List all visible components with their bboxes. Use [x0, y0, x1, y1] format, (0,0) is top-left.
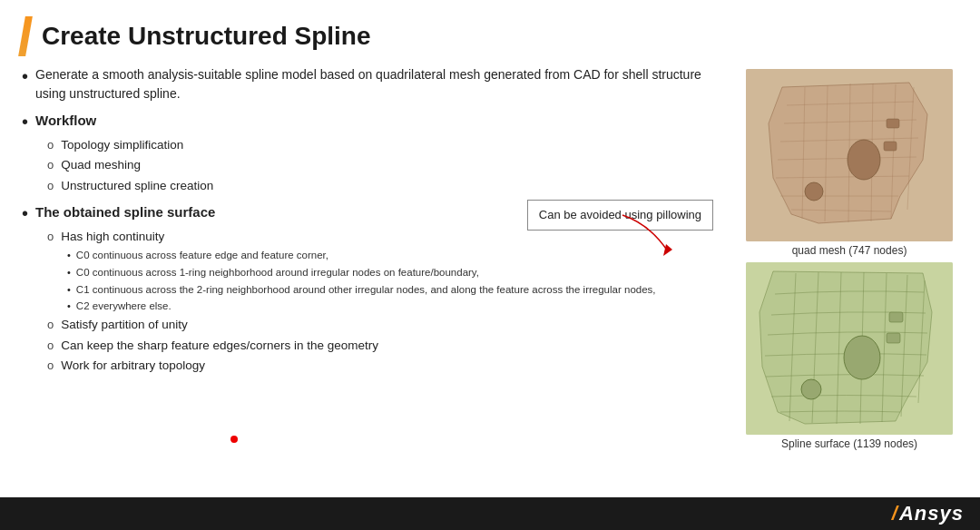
- bullet2-dot: •: [22, 111, 28, 132]
- sub-bullet-icon-p: o: [47, 316, 54, 334]
- sub-bullet-text-c: Has high continuity: [61, 228, 164, 246]
- left-content: • Generate a smooth analysis-suitable sp…: [22, 65, 740, 497]
- sub-bullet-icon-3: o: [47, 177, 54, 195]
- ansys-logo: / Ansys: [892, 502, 964, 525]
- bullet1-dot: •: [22, 65, 28, 87]
- bullet1-section: • Generate a smooth analysis-suitable sp…: [22, 65, 722, 103]
- quad-mesh-caption: quad mesh (747 nodes): [792, 244, 907, 257]
- sub-bullet-icon-1: o: [47, 136, 54, 154]
- sub-bullet-continuity: o Has high continuity: [47, 228, 722, 246]
- sub-bullet-text-t: Work for arbitrary topology: [61, 357, 205, 375]
- sub-bullet-text-1: Topology simplification: [61, 136, 183, 154]
- sub-bullet-icon-s: o: [47, 337, 54, 355]
- sub-bullet-icon-c: o: [47, 228, 54, 246]
- svg-point-27: [844, 336, 880, 379]
- subsub-bullet-4: • C2 everywhere else.: [67, 299, 722, 315]
- spline-surface-caption: Spline surface (1139 nodes): [781, 437, 917, 450]
- logo-slash: /: [892, 502, 897, 525]
- bullet3-dot: •: [22, 202, 28, 224]
- sub-bullet-text-p: Satisfy partition of unity: [61, 316, 188, 334]
- sub-bullet-topology2: o Work for arbitrary topology: [47, 357, 722, 375]
- bullet1-text: Generate a smooth analysis-suitable spli…: [35, 65, 722, 103]
- sub-bullet-text-2: Quad meshing: [61, 156, 141, 174]
- bullet2-label: Workflow: [35, 111, 96, 132]
- page-title: Create Unstructured Spline: [42, 22, 371, 51]
- right-panel: quad mesh (747 nodes): [740, 65, 958, 497]
- header: Create Unstructured Spline: [0, 0, 980, 65]
- subsub-text-3: C1 continuous across the 2-ring neighbor…: [76, 282, 656, 299]
- svg-rect-30: [887, 333, 900, 343]
- sub-bullet-partition: o Satisfy partition of unity: [47, 316, 722, 334]
- subsub-text-1: C0 continuous across feature edge and fe…: [76, 248, 328, 264]
- subsub-icon-3: •: [67, 282, 71, 299]
- bullet2-section: • Workflow o Topology simplification o Q…: [22, 111, 722, 195]
- spline-surface-image: [746, 262, 953, 435]
- subsub-icon-4: •: [67, 299, 71, 315]
- subsub-text-4: C2 everywhere else.: [76, 299, 172, 315]
- subsub-text-2: C0 continuous across 1-ring neighborhood…: [76, 265, 479, 281]
- sub-bullet-quad: o Quad meshing: [47, 156, 722, 174]
- bullet3-label: The obtained spline surface: [35, 202, 215, 223]
- svg-rect-29: [889, 312, 903, 322]
- callout-text: Can be avoided using pillowing: [539, 208, 701, 221]
- svg-rect-17: [887, 119, 899, 128]
- sub-bullet-sharp: o Can keep the sharp feature edges/corne…: [47, 337, 722, 355]
- slide-container: Create Unstructured Spline • Generate a …: [0, 0, 980, 530]
- svg-point-15: [848, 140, 880, 180]
- header-accent: [18, 16, 33, 56]
- bullet1: • Generate a smooth analysis-suitable sp…: [22, 65, 722, 103]
- sub-bullet-text-3: Unstructured spline creation: [61, 177, 213, 195]
- svg-point-28: [801, 379, 821, 399]
- bullet2: • Workflow: [22, 111, 722, 132]
- sub-bullet-unstructured: o Unstructured spline creation: [47, 177, 722, 195]
- main-content: • Generate a smooth analysis-suitable sp…: [0, 65, 980, 497]
- svg-rect-18: [884, 142, 897, 151]
- quad-mesh-image: [746, 69, 953, 241]
- sub-bullet-topology: o Topology simplification: [47, 136, 722, 154]
- spline-surface-image-block: Spline surface (1139 nodes): [746, 262, 953, 450]
- sub-bullet-icon-2: o: [47, 156, 54, 174]
- logo-text: Ansys: [899, 502, 964, 525]
- subsub-bullets: • C0 continuous across feature edge and …: [67, 248, 722, 315]
- subsub-bullet-2: • C0 continuous across 1-ring neighborho…: [67, 265, 722, 281]
- svg-point-16: [805, 182, 823, 201]
- subsub-icon-2: •: [67, 265, 71, 281]
- red-dot: [230, 436, 238, 443]
- subsub-bullet-1: • C0 continuous across feature edge and …: [67, 248, 722, 264]
- bullet2-sub: o Topology simplification o Quad meshing…: [47, 136, 722, 195]
- quad-mesh-image-block: quad mesh (747 nodes): [746, 69, 953, 257]
- callout-box: Can be avoided using pillowing: [527, 200, 713, 231]
- bullet3-sub: o Has high continuity • C0 continuous ac…: [47, 228, 722, 375]
- sub-bullet-icon-t: o: [47, 357, 54, 375]
- subsub-bullet-3: • C1 continuous across the 2-ring neighb…: [67, 282, 722, 299]
- sub-bullet-text-s: Can keep the sharp feature edges/corners…: [61, 337, 378, 355]
- footer: / Ansys: [0, 497, 980, 530]
- subsub-icon-1: •: [67, 248, 71, 264]
